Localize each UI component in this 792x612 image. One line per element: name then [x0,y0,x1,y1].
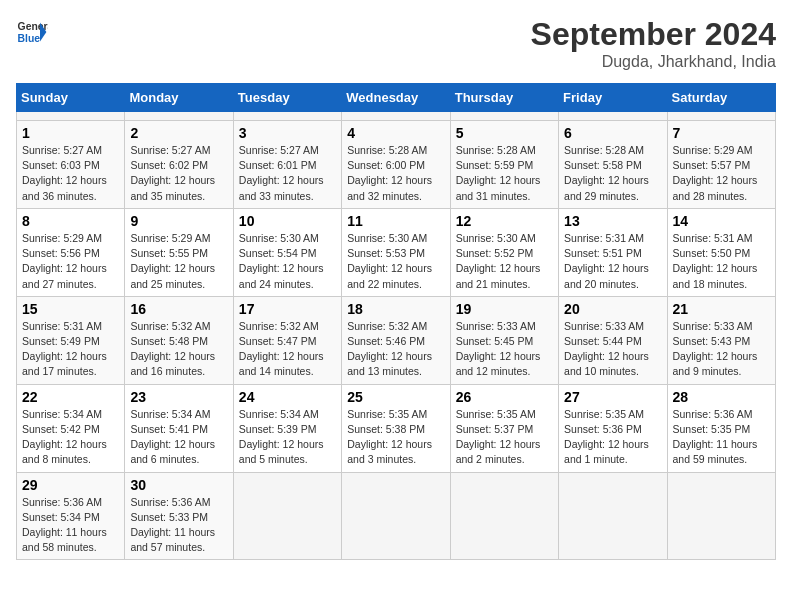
day-number: 29 [22,477,119,493]
calendar-cell [125,112,233,121]
calendar-cell [233,472,341,560]
calendar-cell: 20Sunrise: 5:33 AM Sunset: 5:44 PM Dayli… [559,296,667,384]
calendar-week-row: 8Sunrise: 5:29 AM Sunset: 5:56 PM Daylig… [17,208,776,296]
day-detail: Sunrise: 5:28 AM Sunset: 6:00 PM Dayligh… [347,143,444,204]
calendar-cell: 12Sunrise: 5:30 AM Sunset: 5:52 PM Dayli… [450,208,558,296]
calendar-cell [667,112,775,121]
col-header-wednesday: Wednesday [342,84,450,112]
calendar-cell: 9Sunrise: 5:29 AM Sunset: 5:55 PM Daylig… [125,208,233,296]
day-number: 26 [456,389,553,405]
day-detail: Sunrise: 5:27 AM Sunset: 6:03 PM Dayligh… [22,143,119,204]
day-detail: Sunrise: 5:30 AM Sunset: 5:52 PM Dayligh… [456,231,553,292]
calendar-cell: 25Sunrise: 5:35 AM Sunset: 5:38 PM Dayli… [342,384,450,472]
calendar-table: SundayMondayTuesdayWednesdayThursdayFrid… [16,83,776,560]
calendar-cell: 17Sunrise: 5:32 AM Sunset: 5:47 PM Dayli… [233,296,341,384]
day-detail: Sunrise: 5:32 AM Sunset: 5:48 PM Dayligh… [130,319,227,380]
calendar-cell: 2Sunrise: 5:27 AM Sunset: 6:02 PM Daylig… [125,121,233,209]
day-number: 24 [239,389,336,405]
day-number: 4 [347,125,444,141]
day-detail: Sunrise: 5:35 AM Sunset: 5:36 PM Dayligh… [564,407,661,468]
day-number: 15 [22,301,119,317]
day-detail: Sunrise: 5:27 AM Sunset: 6:01 PM Dayligh… [239,143,336,204]
calendar-week-row [17,112,776,121]
day-number: 20 [564,301,661,317]
day-detail: Sunrise: 5:35 AM Sunset: 5:37 PM Dayligh… [456,407,553,468]
calendar-cell: 30Sunrise: 5:36 AM Sunset: 5:33 PM Dayli… [125,472,233,560]
day-number: 10 [239,213,336,229]
day-detail: Sunrise: 5:34 AM Sunset: 5:41 PM Dayligh… [130,407,227,468]
day-number: 17 [239,301,336,317]
calendar-cell: 15Sunrise: 5:31 AM Sunset: 5:49 PM Dayli… [17,296,125,384]
day-number: 21 [673,301,770,317]
calendar-cell [667,472,775,560]
location-subtitle: Dugda, Jharkhand, India [531,53,776,71]
day-detail: Sunrise: 5:28 AM Sunset: 5:59 PM Dayligh… [456,143,553,204]
day-detail: Sunrise: 5:33 AM Sunset: 5:43 PM Dayligh… [673,319,770,380]
calendar-cell: 24Sunrise: 5:34 AM Sunset: 5:39 PM Dayli… [233,384,341,472]
calendar-cell: 1Sunrise: 5:27 AM Sunset: 6:03 PM Daylig… [17,121,125,209]
title-block: September 2024 Dugda, Jharkhand, India [531,16,776,71]
calendar-cell: 5Sunrise: 5:28 AM Sunset: 5:59 PM Daylig… [450,121,558,209]
calendar-cell: 16Sunrise: 5:32 AM Sunset: 5:48 PM Dayli… [125,296,233,384]
calendar-cell: 23Sunrise: 5:34 AM Sunset: 5:41 PM Dayli… [125,384,233,472]
day-detail: Sunrise: 5:30 AM Sunset: 5:53 PM Dayligh… [347,231,444,292]
day-detail: Sunrise: 5:31 AM Sunset: 5:51 PM Dayligh… [564,231,661,292]
col-header-thursday: Thursday [450,84,558,112]
month-title: September 2024 [531,16,776,53]
day-number: 23 [130,389,227,405]
calendar-cell: 11Sunrise: 5:30 AM Sunset: 5:53 PM Dayli… [342,208,450,296]
calendar-cell [450,472,558,560]
day-number: 30 [130,477,227,493]
day-detail: Sunrise: 5:33 AM Sunset: 5:44 PM Dayligh… [564,319,661,380]
calendar-cell: 29Sunrise: 5:36 AM Sunset: 5:34 PM Dayli… [17,472,125,560]
day-number: 2 [130,125,227,141]
day-number: 16 [130,301,227,317]
day-number: 3 [239,125,336,141]
day-detail: Sunrise: 5:34 AM Sunset: 5:39 PM Dayligh… [239,407,336,468]
calendar-cell: 14Sunrise: 5:31 AM Sunset: 5:50 PM Dayli… [667,208,775,296]
day-number: 5 [456,125,553,141]
page-header: General Blue September 2024 Dugda, Jhark… [16,16,776,71]
day-number: 8 [22,213,119,229]
day-detail: Sunrise: 5:32 AM Sunset: 5:46 PM Dayligh… [347,319,444,380]
calendar-cell [17,112,125,121]
calendar-header-row: SundayMondayTuesdayWednesdayThursdayFrid… [17,84,776,112]
day-number: 19 [456,301,553,317]
day-detail: Sunrise: 5:30 AM Sunset: 5:54 PM Dayligh… [239,231,336,292]
calendar-cell: 21Sunrise: 5:33 AM Sunset: 5:43 PM Dayli… [667,296,775,384]
day-detail: Sunrise: 5:29 AM Sunset: 5:57 PM Dayligh… [673,143,770,204]
calendar-cell: 4Sunrise: 5:28 AM Sunset: 6:00 PM Daylig… [342,121,450,209]
day-number: 14 [673,213,770,229]
col-header-saturday: Saturday [667,84,775,112]
calendar-cell: 7Sunrise: 5:29 AM Sunset: 5:57 PM Daylig… [667,121,775,209]
calendar-week-row: 29Sunrise: 5:36 AM Sunset: 5:34 PM Dayli… [17,472,776,560]
calendar-cell: 26Sunrise: 5:35 AM Sunset: 5:37 PM Dayli… [450,384,558,472]
calendar-cell: 6Sunrise: 5:28 AM Sunset: 5:58 PM Daylig… [559,121,667,209]
day-number: 27 [564,389,661,405]
day-detail: Sunrise: 5:36 AM Sunset: 5:35 PM Dayligh… [673,407,770,468]
day-detail: Sunrise: 5:36 AM Sunset: 5:33 PM Dayligh… [130,495,227,556]
day-detail: Sunrise: 5:28 AM Sunset: 5:58 PM Dayligh… [564,143,661,204]
day-number: 18 [347,301,444,317]
calendar-cell: 18Sunrise: 5:32 AM Sunset: 5:46 PM Dayli… [342,296,450,384]
day-detail: Sunrise: 5:31 AM Sunset: 5:49 PM Dayligh… [22,319,119,380]
calendar-cell: 8Sunrise: 5:29 AM Sunset: 5:56 PM Daylig… [17,208,125,296]
svg-text:Blue: Blue [18,33,41,44]
day-number: 13 [564,213,661,229]
calendar-week-row: 22Sunrise: 5:34 AM Sunset: 5:42 PM Dayli… [17,384,776,472]
col-header-sunday: Sunday [17,84,125,112]
day-detail: Sunrise: 5:32 AM Sunset: 5:47 PM Dayligh… [239,319,336,380]
col-header-friday: Friday [559,84,667,112]
day-number: 1 [22,125,119,141]
calendar-cell: 10Sunrise: 5:30 AM Sunset: 5:54 PM Dayli… [233,208,341,296]
calendar-cell [559,112,667,121]
calendar-week-row: 15Sunrise: 5:31 AM Sunset: 5:49 PM Dayli… [17,296,776,384]
calendar-cell: 27Sunrise: 5:35 AM Sunset: 5:36 PM Dayli… [559,384,667,472]
col-header-tuesday: Tuesday [233,84,341,112]
day-detail: Sunrise: 5:35 AM Sunset: 5:38 PM Dayligh… [347,407,444,468]
calendar-cell [342,112,450,121]
day-detail: Sunrise: 5:29 AM Sunset: 5:56 PM Dayligh… [22,231,119,292]
day-number: 11 [347,213,444,229]
logo-icon: General Blue [16,16,48,48]
calendar-cell: 19Sunrise: 5:33 AM Sunset: 5:45 PM Dayli… [450,296,558,384]
